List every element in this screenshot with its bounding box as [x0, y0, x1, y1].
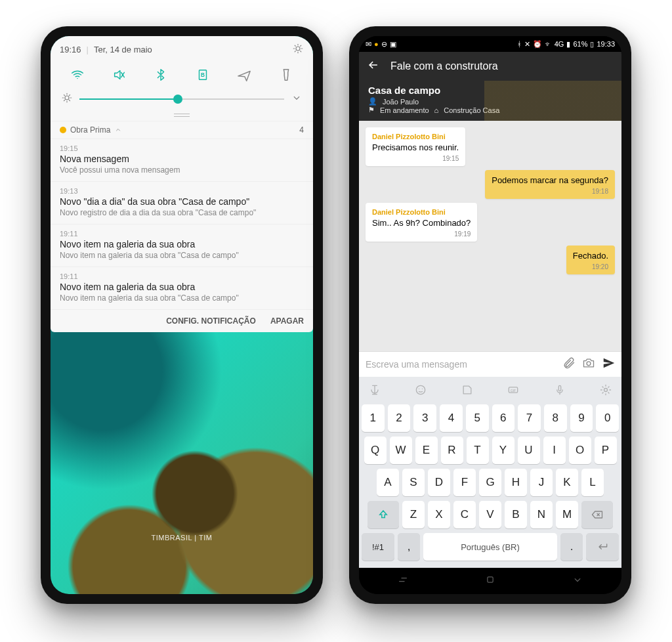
key-n[interactable]: N — [530, 501, 553, 528]
bluetooth-icon: ᚼ — [517, 40, 522, 48]
key-g[interactable]: G — [479, 469, 501, 496]
sticker-icon[interactable] — [461, 383, 474, 399]
key-k[interactable]: K — [556, 469, 578, 496]
android-navbar — [359, 568, 621, 594]
key-2[interactable]: 2 — [388, 404, 411, 432]
battery-percent: 61% — [573, 40, 587, 48]
key-9[interactable]: 9 — [570, 404, 593, 432]
key-f[interactable]: F — [453, 469, 476, 496]
key-b[interactable]: B — [505, 501, 527, 528]
key-shift[interactable] — [368, 501, 399, 528]
notification-group-header[interactable]: Obra Prima 4 — [51, 121, 313, 139]
key-t[interactable]: T — [467, 437, 489, 464]
bluetooth-toggle[interactable] — [146, 62, 176, 88]
chat-message-incoming[interactable]: Daniel Pizzolotto Bini Precisamos nos re… — [366, 127, 465, 166]
key-p[interactable]: P — [595, 437, 617, 464]
key-j[interactable]: J — [530, 469, 553, 496]
key-y[interactable]: Y — [492, 437, 514, 464]
chat-thread[interactable]: Daniel Pizzolotto Bini Precisamos nos re… — [359, 121, 621, 351]
expand-icon[interactable] — [291, 92, 303, 106]
wifi-toggle[interactable] — [62, 62, 93, 88]
home-icon: ⌂ — [434, 106, 439, 114]
key-5[interactable]: 5 — [466, 404, 489, 432]
svg-text:B: B — [201, 72, 205, 78]
notification-item[interactable]: 19:13 Novo "dia a dia" da sua obra "Casa… — [51, 181, 313, 224]
key-q[interactable]: Q — [364, 437, 387, 464]
nav-home-button[interactable] — [484, 573, 497, 589]
key-e[interactable]: E — [415, 437, 438, 464]
key-8[interactable]: 8 — [544, 404, 567, 432]
gif-icon[interactable]: GIF — [507, 383, 520, 399]
key-4[interactable]: 4 — [440, 404, 463, 432]
key-space[interactable]: Português (BR) — [423, 533, 557, 561]
key-z[interactable]: Z — [402, 501, 425, 528]
key-o[interactable]: O — [569, 437, 591, 464]
notification-item[interactable]: 19:11 Novo item na galeria da sua obra N… — [51, 267, 313, 309]
key-enter[interactable] — [586, 533, 619, 561]
key-m[interactable]: M — [556, 501, 578, 528]
message-composer — [359, 351, 621, 377]
key-s[interactable]: S — [402, 469, 425, 496]
signal-icon: ▮ — [566, 40, 570, 49]
brightness-toggle[interactable]: B — [188, 62, 218, 88]
sound-toggle[interactable] — [104, 62, 135, 88]
vibrate-icon: ✕ — [524, 40, 530, 49]
chevron-up-icon — [114, 126, 122, 134]
key-6[interactable]: 6 — [492, 404, 515, 432]
message-input[interactable] — [364, 358, 556, 370]
app-status-icon: ● — [374, 40, 379, 48]
send-button[interactable] — [602, 356, 616, 373]
key-backspace[interactable] — [581, 501, 613, 528]
key-v[interactable]: V — [479, 501, 501, 528]
project-extra: Construção Casa — [444, 106, 499, 114]
brightness-slider[interactable] — [79, 98, 284, 100]
key-u[interactable]: U — [518, 437, 540, 464]
project-info[interactable]: Casa de campo 👤 João Paulo ⚑ Em andament… — [359, 81, 621, 121]
key-w[interactable]: W — [390, 437, 412, 464]
flashlight-toggle[interactable] — [271, 62, 301, 88]
key-h[interactable]: H — [505, 469, 527, 496]
config-notifications-button[interactable]: CONFIG. NOTIFICAÇÃO — [166, 316, 256, 326]
key-r[interactable]: R — [441, 437, 463, 464]
back-button[interactable] — [367, 58, 380, 74]
attach-icon[interactable] — [562, 356, 576, 372]
flag-icon: ⚑ — [368, 106, 375, 114]
key-i[interactable]: I — [543, 437, 566, 464]
chat-message-outgoing[interactable]: Fechado. 19:20 — [566, 246, 615, 274]
mic-icon[interactable] — [553, 383, 566, 399]
camera-icon[interactable] — [582, 356, 595, 372]
screen-chat: ✉ ● ⊖ ▣ ᚼ ✕ ⏰ ᯤ 4G ▮ 61% ▯ 19:33 Fale co… — [359, 36, 621, 594]
notification-item[interactable]: 19:15 Nova mensagem Você possui uma nova… — [51, 139, 313, 181]
chat-message-incoming[interactable]: Daniel Pizzolotto Bini Sim.. As 9h? Comb… — [366, 203, 477, 242]
settings-icon[interactable] — [292, 43, 304, 56]
airplane-toggle[interactable] — [229, 62, 259, 88]
keyboard-row-2: A S D F G H J K L — [362, 469, 619, 496]
shade-handle[interactable] — [174, 114, 190, 117]
key-c[interactable]: C — [453, 501, 476, 528]
chat-message-outgoing[interactable]: Podemos marcar na segunda? 19:18 — [485, 170, 615, 199]
key-l[interactable]: L — [581, 469, 604, 496]
app-dot-icon — [60, 127, 66, 133]
notification-item[interactable]: 19:11 Novo item na galeria da sua obra N… — [51, 224, 313, 267]
svg-point-8 — [604, 389, 607, 392]
key-1[interactable]: 1 — [362, 404, 385, 432]
clear-notifications-button[interactable]: APAGAR — [270, 316, 304, 326]
key-period[interactable]: . — [560, 533, 583, 561]
key-a[interactable]: A — [377, 469, 399, 496]
keyboard-settings-icon[interactable] — [599, 383, 612, 399]
project-name: Casa de campo — [368, 85, 612, 96]
nav-recent-button[interactable] — [396, 573, 410, 589]
nav-back-button[interactable] — [571, 573, 584, 589]
carrier-watermark: TIMBRASIL | TIM — [51, 534, 313, 542]
key-d[interactable]: D — [428, 469, 450, 496]
emoji-icon[interactable] — [414, 383, 427, 399]
screen-notifications: TIMBRASIL | TIM 19:16 | Ter, 14 de maio … — [51, 36, 313, 594]
mail-icon: ✉ — [366, 40, 371, 49]
key-0[interactable]: 0 — [596, 404, 619, 432]
key-3[interactable]: 3 — [413, 404, 436, 432]
key-7[interactable]: 7 — [518, 404, 541, 432]
key-x[interactable]: X — [428, 501, 450, 528]
key-symbols[interactable]: !#1 — [362, 533, 394, 561]
voice-typing-icon[interactable] — [368, 383, 381, 399]
key-comma[interactable]: , — [398, 533, 420, 561]
